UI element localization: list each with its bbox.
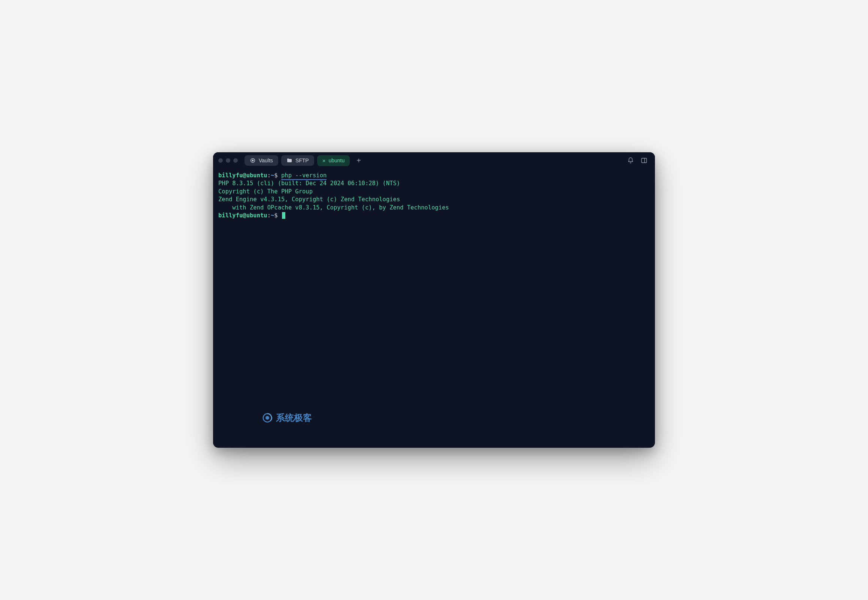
prompt-user-host: billyfu@ubuntu — [218, 212, 268, 219]
svg-point-5 — [266, 416, 269, 419]
svg-point-1 — [252, 160, 253, 161]
vaults-icon — [250, 158, 256, 164]
svg-rect-2 — [641, 158, 647, 163]
tab-label: SFTP — [295, 158, 309, 164]
terminal-output[interactable]: billyfu@ubuntu:~$ php --version PHP 8.3.… — [213, 169, 655, 448]
prompt-colon: : — [268, 212, 271, 219]
tab-vaults[interactable]: Vaults — [245, 155, 278, 166]
panel-toggle-icon[interactable] — [641, 157, 648, 164]
output-line: Copyright (c) The PHP Group — [218, 188, 313, 195]
tab-label: Vaults — [259, 158, 273, 164]
output-line: Zend Engine v4.3.15, Copyright (c) Zend … — [218, 196, 400, 203]
watermark-text: 系统极客 — [276, 412, 312, 424]
prompt-user-host: billyfu@ubuntu — [218, 172, 268, 179]
watermark-logo-icon — [262, 412, 273, 423]
prompt-colon: : — [268, 172, 271, 179]
close-tab-icon[interactable]: × — [322, 158, 326, 164]
tab-sftp[interactable]: SFTP — [281, 155, 314, 166]
titlebar-right — [627, 157, 650, 164]
titlebar: Vaults SFTP × ubuntu + — [213, 152, 655, 169]
prompt-path: ~ — [271, 172, 274, 179]
new-tab-button[interactable]: + — [353, 156, 365, 165]
prompt-path: ~ — [271, 212, 274, 219]
tab-label: ubuntu — [328, 158, 345, 164]
tab-ubuntu[interactable]: × ubuntu — [317, 155, 350, 166]
cursor — [282, 212, 285, 219]
window-controls — [218, 158, 238, 163]
minimize-window-button[interactable] — [226, 158, 230, 163]
watermark: 系统极客 — [262, 412, 312, 424]
prompt-dollar: $ — [274, 172, 277, 179]
output-line: with Zend OPcache v8.3.15, Copyright (c)… — [218, 204, 449, 211]
prompt-dollar: $ — [274, 212, 277, 219]
output-line: PHP 8.3.15 (cli) (built: Dec 24 2024 06:… — [218, 180, 400, 187]
terminal-window: Vaults SFTP × ubuntu + — [213, 152, 655, 448]
maximize-window-button[interactable] — [233, 158, 238, 163]
notifications-icon[interactable] — [627, 157, 634, 164]
entered-command: php --version — [281, 172, 327, 180]
close-window-button[interactable] — [218, 158, 223, 163]
folder-icon — [286, 158, 292, 164]
